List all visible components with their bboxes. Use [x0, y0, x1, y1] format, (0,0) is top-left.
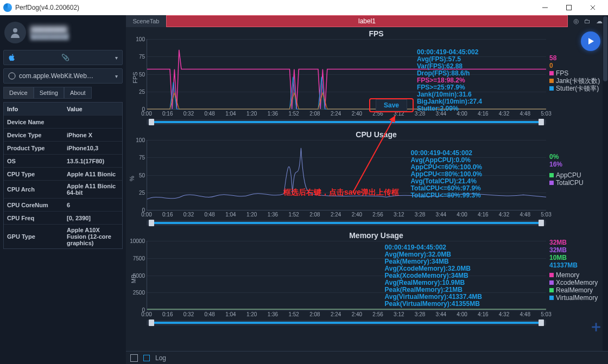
- device-info-table: InfoValue Device Name Device TypeiPhone …: [3, 102, 123, 249]
- ytick: 75: [129, 54, 145, 60]
- info-val: iPhone X: [64, 130, 122, 141]
- folder-icon[interactable]: 🗀: [584, 17, 591, 25]
- timeline-slider[interactable]: [147, 320, 546, 325]
- slider-handle-left[interactable]: [149, 220, 154, 226]
- xtick: 4:00: [457, 111, 467, 117]
- xtick: 3:12: [394, 212, 404, 218]
- xtick: 0:00: [141, 212, 151, 218]
- charts: FPS FPS 100 75 50 25 0: [126, 27, 608, 351]
- slider-handle-right[interactable]: [539, 220, 544, 226]
- scrollbar-thumb[interactable]: [603, 16, 607, 81]
- xtick: 0:48: [204, 311, 214, 317]
- close-button[interactable]: [581, 0, 605, 15]
- timeline-slider[interactable]: [147, 220, 546, 226]
- avatar[interactable]: [4, 22, 26, 43]
- info-val: iPhone10,3: [64, 143, 122, 154]
- app-selector-text: com.apple.WebKit.Web…: [19, 72, 93, 80]
- xtick: 4:48: [520, 212, 530, 218]
- profile-sub: ██████████: [30, 34, 69, 40]
- main-panel: SceneTab label1 ◎ 🗀 ☁ FPS FPS 100 75 50: [126, 15, 608, 364]
- xtick: 1:20: [246, 311, 257, 317]
- scene-label[interactable]: label1: [166, 15, 568, 27]
- annotation-caption: 框选后右键，点击save弹出上传框: [283, 188, 399, 197]
- xtick: 1:20: [246, 212, 257, 218]
- x-axis: 0:000:160:320:481:041:201:361:522:082:24…: [147, 111, 546, 118]
- info-val: Apple A11 Bionic: [64, 169, 122, 180]
- title-bar: PerfDog(v4.0.200602): [0, 0, 608, 15]
- ytick: 75: [129, 155, 145, 161]
- xtick: 1:36: [268, 111, 278, 117]
- info-header-val: Value: [64, 104, 122, 114]
- save-button[interactable]: Save: [376, 99, 407, 111]
- app-selector[interactable]: com.apple.WebKit.Web… ▾: [3, 68, 123, 84]
- expand-icon[interactable]: [130, 354, 138, 362]
- chart-stats: 00:00:419-04:45:002 Avg(FPS):57.5 Var(FP…: [417, 49, 482, 112]
- plot-area[interactable]: 100 75 50 25 0 00:00:419-04:45:002: [147, 39, 546, 110]
- xtick: 3:44: [436, 311, 446, 317]
- xtick: 3:12: [394, 311, 404, 317]
- xtick: 0:00: [141, 111, 151, 117]
- info-val: 6: [64, 200, 122, 210]
- xtick: 2:08: [309, 311, 320, 317]
- ytick: 50: [129, 71, 145, 77]
- slider-handle-right[interactable]: [539, 320, 544, 326]
- timeline-slider[interactable]: [147, 119, 546, 125]
- pin-icon[interactable]: 📎: [61, 54, 69, 61]
- minimize-button[interactable]: [533, 0, 557, 15]
- chart-legend: 58 0 FPS Jank(卡顿次数) Stutter(卡顿率): [549, 54, 606, 92]
- x-axis: 0:000:160:320:481:041:201:361:522:082:24…: [147, 311, 546, 319]
- xtick: 0:16: [162, 111, 173, 117]
- scrollbar[interactable]: [603, 15, 608, 351]
- xtick: 0:48: [204, 212, 214, 218]
- slider-handle-left[interactable]: [149, 320, 154, 326]
- xtick: 5:03: [541, 311, 551, 317]
- log-checkbox[interactable]: [143, 355, 150, 361]
- plot-area[interactable]: 100 75 50 25 0 00:00:419-04:45:002 Avg(A…: [147, 140, 546, 210]
- xtick: 0:48: [204, 111, 214, 117]
- info-key: Device Type: [4, 130, 64, 141]
- ytick: 25: [129, 189, 145, 195]
- tab-setting[interactable]: Setting: [34, 87, 64, 99]
- chart-cpu: CPU Usage % 100 75 50 25 0 00:00:419-04:…: [126, 128, 606, 229]
- add-chart-button[interactable]: ＋: [588, 316, 604, 337]
- tab-about[interactable]: About: [64, 87, 92, 99]
- xtick: 1:04: [225, 111, 236, 117]
- info-key: Product Type: [4, 143, 64, 154]
- info-val: [64, 120, 122, 124]
- xtick: 2:08: [309, 111, 320, 117]
- device-selector[interactable]: 📎 ▾: [3, 50, 123, 65]
- safari-icon: [8, 72, 16, 80]
- xtick: 0:16: [162, 311, 173, 317]
- xtick: 3:28: [415, 212, 425, 218]
- xtick: 4:48: [520, 311, 530, 317]
- ytick: 25: [129, 88, 145, 94]
- xtick: 3:44: [436, 111, 446, 117]
- bottom-bar: Log: [126, 351, 608, 364]
- chart-legend: 0% 16% AppCPU TotalCPU: [549, 153, 606, 187]
- xtick: 3:28: [415, 311, 425, 317]
- profile-name: ████████: [30, 26, 69, 34]
- info-key: GPU Type: [4, 231, 64, 242]
- chart-legend: 32MB 32MB 10MB 41337MB Memory XcodeMemor…: [549, 239, 606, 302]
- scene-tab[interactable]: SceneTab: [126, 15, 166, 27]
- xtick: 4:00: [457, 212, 467, 218]
- sidebar-tabs: Device Setting About: [3, 87, 123, 99]
- location-icon[interactable]: ◎: [573, 17, 579, 25]
- slider-handle-right[interactable]: [539, 119, 544, 125]
- chevron-down-icon: ▾: [115, 55, 118, 61]
- slider-handle-left[interactable]: [149, 119, 154, 125]
- cloud-icon[interactable]: ☁: [596, 17, 603, 25]
- plot-area[interactable]: 10000 7500 5000 2500 0 00:00:419-04:45:0…: [147, 241, 546, 310]
- chart-title: FPS: [147, 28, 606, 39]
- maximize-button[interactable]: [557, 0, 581, 15]
- tab-device[interactable]: Device: [3, 87, 34, 99]
- sidebar: ████████ ██████████ 📎 ▾ com.apple.WebKit…: [0, 15, 126, 364]
- app-logo-icon: [3, 3, 12, 12]
- xtick: 0:16: [162, 212, 173, 218]
- chart-fps: FPS FPS 100 75 50 25 0: [126, 27, 606, 128]
- log-label: Log: [155, 354, 166, 362]
- xtick: 2:56: [372, 311, 383, 317]
- top-icons: ◎ 🗀 ☁: [568, 15, 608, 27]
- xtick: 1:52: [288, 212, 299, 218]
- info-key: OS: [4, 156, 64, 167]
